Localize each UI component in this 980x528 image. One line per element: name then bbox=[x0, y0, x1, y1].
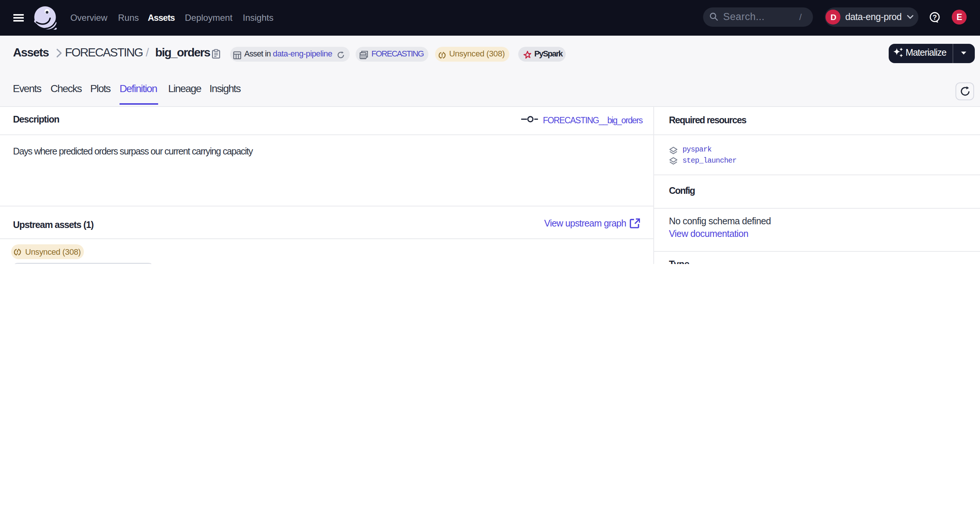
svg-text:?: ? bbox=[932, 13, 937, 21]
